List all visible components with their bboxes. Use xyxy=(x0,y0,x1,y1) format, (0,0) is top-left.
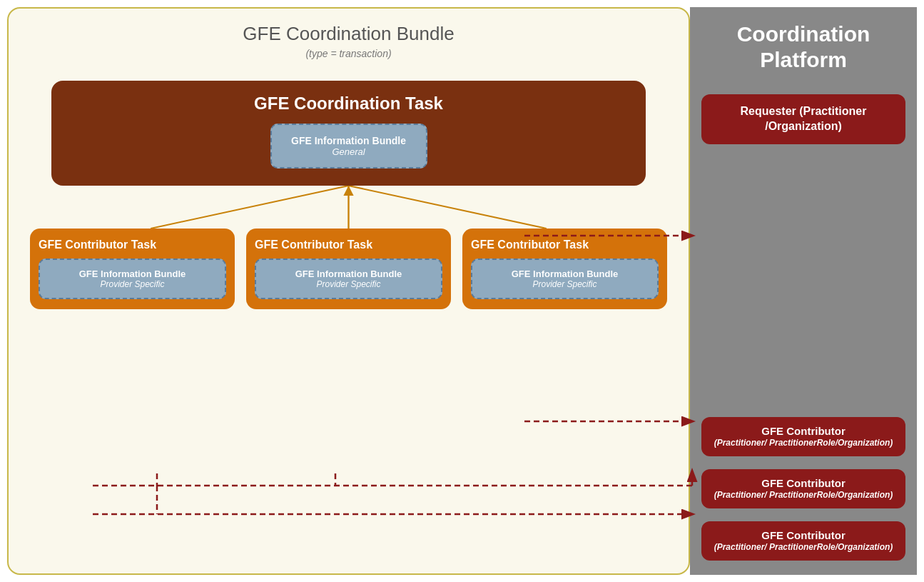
info-bundle-provider-1-subtitle: Provider Specific xyxy=(47,279,218,289)
bundle-panel: GFE Coordination Bundle (type = transact… xyxy=(7,7,690,575)
requester-title: Requester xyxy=(741,105,796,117)
info-bundle-general: GFE Information Bundle General xyxy=(270,124,427,169)
arrow-svg xyxy=(51,186,646,229)
platform-title: Coordination Platform xyxy=(701,21,905,73)
contributor-card-3-title: GFE Contributor xyxy=(710,528,897,543)
contributor-card-3: GFE Contributor (Practitioner/ Practitio… xyxy=(701,521,905,561)
bundle-subtitle: (type = transaction) xyxy=(23,48,674,59)
info-bundle-provider-3: GFE Information Bundle Provider Specific xyxy=(471,259,659,299)
contributor-card-2-title: GFE Contributor xyxy=(710,476,897,491)
bundle-title: GFE Coordination Bundle xyxy=(23,23,674,45)
coordination-task-box: GFE Coordination Task GFE Information Bu… xyxy=(51,81,646,186)
info-bundle-provider-1: GFE Information Bundle Provider Specific xyxy=(39,259,226,299)
info-bundle-provider-2-subtitle: Provider Specific xyxy=(263,279,434,289)
info-bundle-provider-3-subtitle: Provider Specific xyxy=(479,279,650,289)
info-bundle-provider-3-title: GFE Information Bundle xyxy=(479,269,650,279)
arrow-area xyxy=(51,186,646,229)
coordination-task-title: GFE Coordination Task xyxy=(66,94,631,114)
info-bundle-provider-2-title: GFE Information Bundle xyxy=(263,269,434,279)
contributor-card-1-title: GFE Contributor xyxy=(710,424,897,438)
info-bundle-general-title: GFE Information Bundle xyxy=(286,135,412,146)
info-bundle-general-subtitle: General xyxy=(286,146,412,157)
contributor-task-3-title: GFE Contributor Task xyxy=(471,239,659,251)
svg-line-0 xyxy=(151,186,348,229)
contributor-row: GFE Contributor Task GFE Information Bun… xyxy=(30,229,667,309)
contributor-card-2: GFE Contributor (Practitioner/ Practitio… xyxy=(701,469,905,508)
info-bundle-provider-2: GFE Information Bundle Provider Specific xyxy=(255,259,442,299)
contributor-task-2: GFE Contributor Task GFE Information Bun… xyxy=(246,229,451,309)
info-bundle-provider-1-title: GFE Information Bundle xyxy=(47,269,218,279)
contributor-cards: GFE Contributor (Practitioner/ Practitio… xyxy=(701,417,905,561)
contributor-task-2-title: GFE Contributor Task xyxy=(255,239,442,251)
platform-panel: Coordination Platform Requester (Practit… xyxy=(690,7,917,575)
contributor-card-1-subtitle: (Practitioner/ PractitionerRole/Organiza… xyxy=(710,438,897,449)
main-container: GFE Coordination Bundle (type = transact… xyxy=(0,0,924,582)
contributor-task-1: GFE Contributor Task GFE Information Bun… xyxy=(30,229,235,309)
contributor-card-1: GFE Contributor (Practitioner/ Practitio… xyxy=(701,417,905,456)
contributor-task-1-title: GFE Contributor Task xyxy=(39,239,226,251)
contributor-task-3: GFE Contributor Task GFE Information Bun… xyxy=(462,229,667,309)
contributor-card-3-subtitle: (Practitioner/ PractitionerRole/Organiza… xyxy=(710,542,897,553)
svg-line-2 xyxy=(349,186,547,229)
requester-card: Requester (Practitioner /Organization) xyxy=(701,94,905,144)
contributor-card-2-subtitle: (Practitioner/ PractitionerRole/Organiza… xyxy=(710,490,897,501)
